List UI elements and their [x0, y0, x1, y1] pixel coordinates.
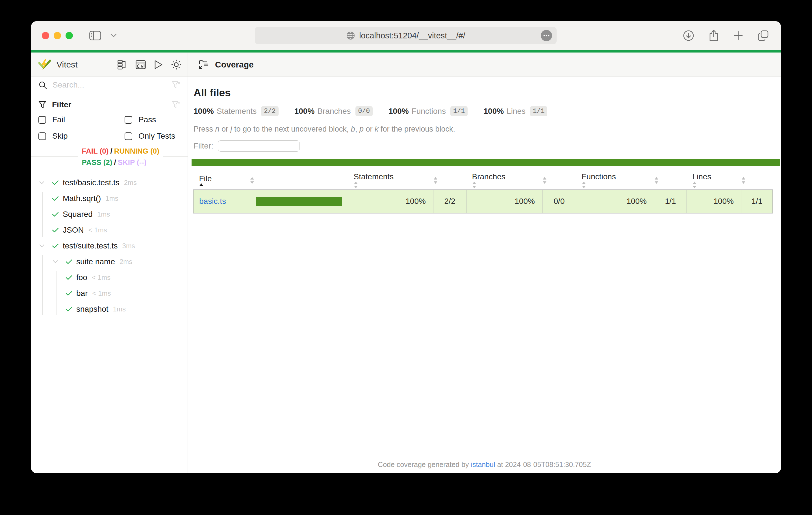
test-tree-item[interactable]: foo< 1ms [31, 270, 187, 285]
coverage-header: Coverage [188, 53, 781, 77]
test-name: foo [76, 273, 87, 282]
column-header-statements[interactable]: Statements [348, 171, 433, 189]
coverage-panel: Coverage All files 100%Statements2/2100%… [188, 53, 781, 473]
coverage-stats: 100%Statements2/2100%Branches0/0100%Func… [194, 106, 781, 116]
test-tree-item[interactable]: Squared1ms [31, 206, 187, 222]
column-header-branches[interactable]: Branches [466, 171, 543, 189]
pass-check-icon [65, 290, 76, 297]
clear-search-filter-icon[interactable] [172, 81, 180, 89]
expand-tree-icon[interactable] [118, 60, 127, 69]
stat-lines: 100%Lines1/1 [484, 106, 547, 116]
downloads-icon[interactable] [683, 30, 694, 41]
column-header-lines[interactable]: Lines [687, 171, 742, 189]
test-tree-item[interactable]: test/suite.test.ts3ms [31, 238, 187, 254]
test-tree-item[interactable]: snapshot1ms [31, 301, 187, 317]
keyboard-hint: Press n or j to go to the next uncovered… [194, 125, 781, 133]
column-header-sorter[interactable] [433, 171, 466, 189]
coverage-table: FileStatementsBranchesFunctionsLines bas… [193, 171, 773, 213]
browser-toolbar: localhost:51204/__vitest__/#/ [31, 21, 781, 50]
close-button[interactable] [42, 32, 49, 39]
checkbox[interactable] [124, 132, 132, 140]
coverage-report: All files 100%Statements2/2100%Branches0… [188, 77, 781, 473]
branches-frac-cell: 0/0 [543, 189, 576, 213]
chevron-down-icon[interactable] [39, 244, 52, 248]
checkbox-label: Only Tests [139, 131, 175, 141]
column-header-sorter[interactable] [250, 171, 348, 189]
pass-count: PASS (2) [82, 158, 112, 166]
checkbox[interactable] [38, 132, 46, 140]
chevron-down-icon[interactable] [39, 181, 52, 185]
filter-option-only-tests[interactable]: Only Tests [124, 130, 180, 142]
stat-label: Functions [412, 107, 446, 116]
sidebar-toggle-icon[interactable] [89, 31, 101, 40]
filter-option-fail[interactable]: Fail [38, 114, 124, 126]
chevron-down-icon[interactable] [53, 260, 65, 264]
address-bar[interactable]: localhost:51204/__vitest__/#/ [255, 27, 557, 44]
column-header-file[interactable]: File [194, 171, 250, 189]
pass-check-icon [65, 259, 76, 265]
coverage-icon [199, 60, 209, 70]
column-label: File [199, 174, 212, 183]
coverage-filter-input[interactable] [218, 140, 300, 152]
coverage-report-icon[interactable] [136, 60, 146, 69]
column-header-functions[interactable]: Functions [576, 171, 654, 189]
pass-check-icon [52, 195, 63, 202]
stat-fraction-badge: 1/1 [530, 106, 547, 116]
vitest-sidebar: Vitest [31, 53, 188, 473]
fail-count: FAIL (0) [82, 147, 109, 155]
statements-pct-cell: 100% [348, 189, 433, 213]
app-title: Vitest [57, 60, 78, 69]
theme-toggle-icon[interactable] [171, 60, 181, 70]
test-tree-item[interactable]: suite name2ms [31, 254, 187, 270]
column-label: Statements [354, 172, 394, 181]
page-settings-button[interactable] [541, 30, 552, 41]
functions-pct-cell: 100% [576, 189, 654, 213]
coverage-bar-fill [256, 197, 342, 206]
table-row: basic.ts100%2/2100%0/0100%1/1100%1/1 [194, 189, 773, 213]
new-tab-icon[interactable] [733, 30, 744, 41]
test-duration: < 1ms [92, 274, 111, 281]
test-tree-item[interactable]: bar< 1ms [31, 285, 187, 301]
file-cell: basic.ts [194, 189, 250, 213]
test-name: snapshot [76, 305, 109, 314]
checkbox[interactable] [124, 116, 132, 124]
clear-filter-icon[interactable] [172, 101, 180, 109]
stat-percent: 100% [294, 107, 315, 116]
file-link[interactable]: basic.ts [199, 197, 226, 206]
filter-option-skip[interactable]: Skip [38, 130, 124, 142]
test-duration: 2ms [124, 179, 137, 187]
stat-label: Lines [506, 107, 525, 116]
checkbox[interactable] [38, 116, 46, 124]
run-all-tests-icon[interactable] [154, 60, 163, 69]
tab-overview-icon[interactable] [757, 30, 769, 41]
browser-window: localhost:51204/__vitest__/#/ [31, 21, 781, 473]
pass-check-icon [52, 227, 63, 233]
globe-icon [346, 31, 355, 40]
funnel-icon [38, 101, 46, 109]
minimize-button[interactable] [54, 32, 61, 39]
test-name: test/basic.test.ts [63, 178, 119, 187]
coverage-footer: Code coverage generated by istanbul at 2… [188, 460, 781, 469]
search-input[interactable] [53, 81, 172, 90]
column-header-sorter[interactable] [654, 171, 687, 189]
pass-check-icon [65, 274, 76, 281]
test-duration: 1ms [106, 194, 118, 203]
coverage-bar-cell [250, 189, 348, 213]
filter-option-pass[interactable]: Pass [124, 114, 180, 126]
checkbox-label: Skip [52, 131, 67, 141]
test-tree-item[interactable]: JSON< 1ms [31, 222, 187, 238]
search-bar [31, 77, 187, 93]
chevron-down-icon[interactable] [111, 34, 117, 37]
column-header-sorter[interactable] [543, 171, 576, 189]
column-header-sorter[interactable] [742, 171, 773, 189]
test-tree-item[interactable]: Math.sqrt()1ms [31, 190, 187, 206]
search-icon [38, 81, 47, 89]
branches-pct-cell: 100% [466, 189, 543, 213]
share-icon[interactable] [708, 29, 719, 42]
istanbul-link[interactable]: istanbul [471, 460, 495, 468]
test-tree-item[interactable]: test/basic.test.ts2ms [31, 175, 187, 190]
stat-fraction-badge: 1/1 [451, 106, 468, 116]
lines-pct-cell: 100% [687, 189, 742, 213]
zoom-button[interactable] [65, 32, 73, 39]
vitest-logo-icon [38, 58, 51, 71]
